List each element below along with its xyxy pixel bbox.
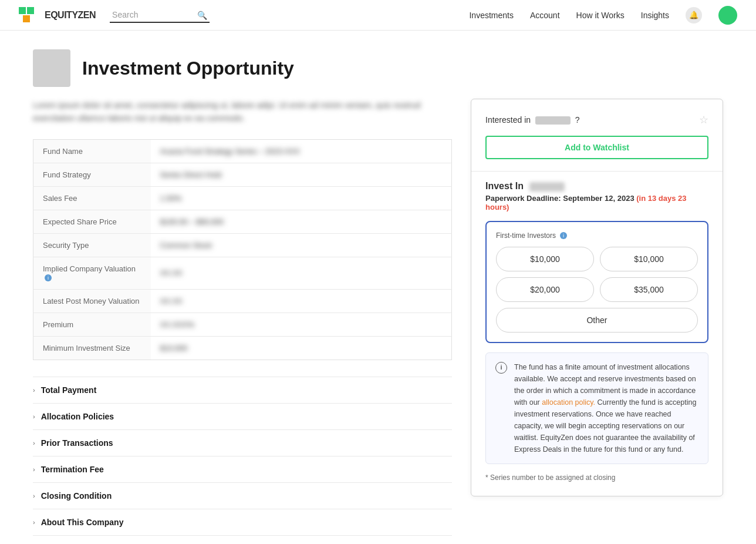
- row-value: $10,000: [151, 336, 452, 360]
- user-avatar[interactable]: [718, 6, 737, 25]
- nav-how-it-works[interactable]: How it Works: [576, 11, 625, 20]
- content-grid: Lorem ipsum dolor sit amet, consectetur …: [33, 99, 723, 544]
- expand-prior-transactions[interactable]: › Prior Transactions: [33, 430, 452, 456]
- row-value: Series Direct Hold: [151, 163, 452, 186]
- company-logo: [33, 49, 70, 87]
- site-header: EQUITYZEN 🔍 Investments Account How it W…: [0, 0, 756, 31]
- expand-total-payment[interactable]: › Total Payment: [33, 377, 452, 404]
- watchlist-row: Interested in ? ☆: [485, 113, 708, 126]
- chevron-right-icon: ›: [33, 466, 35, 473]
- table-row: Latest Post Money Valuation XX.XX: [33, 289, 452, 313]
- detail-table: Fund Name Acacia Fund Strategy Series – …: [33, 139, 452, 360]
- row-label: Fund Strategy: [33, 163, 151, 186]
- first-time-label: First-time Investors i: [496, 231, 698, 240]
- row-value: 1.50%: [151, 186, 452, 210]
- row-value: $100.00 – $90,000: [151, 210, 452, 233]
- logo[interactable]: EQUITYZEN: [19, 7, 96, 23]
- invest-card: Interested in ? ☆ Add to Watchlist Inves…: [471, 99, 723, 496]
- expand-label: Allocation Policies: [41, 412, 114, 421]
- amount-button-3[interactable]: $20,000: [496, 277, 594, 302]
- chevron-right-icon: ›: [33, 519, 35, 526]
- svg-rect-0: [19, 7, 26, 14]
- amount-button-1[interactable]: $10,000: [496, 247, 594, 271]
- chevron-right-icon: ›: [33, 387, 35, 394]
- deadline-label: Paperwork Deadline: September 12, 2023: [485, 194, 635, 203]
- row-label: Minimum Investment Size: [33, 336, 151, 360]
- expand-label: Closing Condition: [41, 491, 112, 501]
- logo-icon: [19, 7, 40, 23]
- row-label: Latest Post Money Valuation: [33, 289, 151, 313]
- expand-label: Termination Fee: [41, 465, 104, 474]
- nav-insights[interactable]: Insights: [641, 11, 669, 20]
- page-title: Investment Opportunity: [82, 58, 294, 79]
- row-label: Implied Company Valuationi: [33, 257, 151, 289]
- company-name-blurred: [535, 116, 571, 125]
- logo-text: EQUITYZEN: [45, 10, 96, 21]
- page-header: Investment Opportunity: [33, 49, 723, 87]
- expand-label: Prior Transactions: [41, 438, 113, 448]
- invest-in-title: Invest In: [485, 181, 708, 192]
- row-value: Common Stock: [151, 233, 452, 257]
- row-label: Premium: [33, 313, 151, 336]
- expand-allocation-policies[interactable]: › Allocation Policies: [33, 404, 452, 430]
- info-circle-icon: i: [495, 362, 507, 374]
- row-value: XX.XX: [151, 257, 452, 289]
- svg-rect-1: [27, 7, 34, 14]
- table-row: Fund Strategy Series Direct Hold: [33, 163, 452, 186]
- info-dot[interactable]: i: [45, 274, 52, 281]
- expand-sections: › Total Payment › Allocation Policies › …: [33, 377, 452, 544]
- table-row: Expected Share Price $100.00 – $90,000: [33, 210, 452, 233]
- watchlist-prefix: Interested in: [485, 115, 531, 125]
- table-row: Minimum Investment Size $10,000: [33, 336, 452, 360]
- chevron-right-icon: ›: [33, 413, 35, 420]
- invest-company-name-blurred: [529, 182, 565, 192]
- expand-closing-condition[interactable]: › Closing Condition: [33, 483, 452, 509]
- left-column: Lorem ipsum dolor sit amet, consectetur …: [33, 99, 452, 544]
- nav-account[interactable]: Account: [530, 11, 560, 20]
- star-icon[interactable]: ☆: [699, 113, 708, 126]
- table-row: Security Type Common Stock: [33, 233, 452, 257]
- invest-prefix: Invest In: [485, 181, 524, 191]
- expand-termination-fee[interactable]: › Termination Fee: [33, 456, 452, 483]
- search-input[interactable]: [110, 8, 210, 23]
- amount-grid: $10,000 $10,000 $20,000 $35,000: [496, 247, 698, 302]
- amount-other-button[interactable]: Other: [496, 308, 698, 333]
- info-text: The fund has a finite amount of investme…: [514, 361, 698, 455]
- first-time-info-dot[interactable]: i: [560, 232, 567, 239]
- amount-button-2[interactable]: $10,000: [600, 247, 698, 271]
- row-value: XX.XXX%: [151, 313, 452, 336]
- amount-button-4[interactable]: $35,000: [600, 277, 698, 302]
- deadline-row: Paperwork Deadline: September 12, 2023 (…: [485, 194, 708, 211]
- notification-button[interactable]: 🔔: [686, 7, 702, 23]
- table-row: Implied Company Valuationi XX.XX: [33, 257, 452, 289]
- series-note: * Series number to be assigned at closin…: [485, 474, 708, 482]
- first-time-text: First-time Investors: [496, 231, 556, 240]
- expand-label: About This Company: [41, 518, 124, 527]
- chevron-right-icon: ›: [33, 439, 35, 446]
- row-label: Expected Share Price: [33, 210, 151, 233]
- row-label: Fund Name: [33, 139, 151, 163]
- row-value: XX.XX: [151, 289, 452, 313]
- table-row: Premium XX.XXX%: [33, 313, 452, 336]
- table-row: Fund Name Acacia Fund Strategy Series – …: [33, 139, 452, 163]
- table-row: Sales Fee 1.50%: [33, 186, 452, 210]
- watchlist-label: Interested in ?: [485, 115, 580, 125]
- expand-label: Total Payment: [41, 385, 97, 395]
- svg-rect-2: [23, 15, 30, 22]
- row-label: Sales Fee: [33, 186, 151, 210]
- section-divider: [471, 171, 723, 172]
- search-container: 🔍: [110, 8, 210, 23]
- amount-selector: First-time Investors i $10,000 $10,000 $…: [485, 221, 708, 343]
- row-value: Acacia Fund Strategy Series – 2023-XXX: [151, 139, 452, 163]
- info-box: i The fund has a finite amount of invest…: [485, 352, 708, 464]
- allocation-policy-link[interactable]: allocation policy.: [542, 398, 595, 407]
- page-body: Investment Opportunity Lorem ipsum dolor…: [14, 31, 742, 544]
- expand-about-company[interactable]: › About This Company: [33, 509, 452, 536]
- add-to-watchlist-button[interactable]: Add to Watchlist: [485, 136, 708, 159]
- main-nav: Investments Account How it Works Insight…: [469, 6, 737, 25]
- expand-cap-table[interactable]: › Capitalization Table: [33, 536, 452, 544]
- watchlist-suffix: ?: [575, 115, 580, 125]
- nav-investments[interactable]: Investments: [469, 11, 513, 20]
- chevron-right-icon: ›: [33, 492, 35, 499]
- row-label: Security Type: [33, 233, 151, 257]
